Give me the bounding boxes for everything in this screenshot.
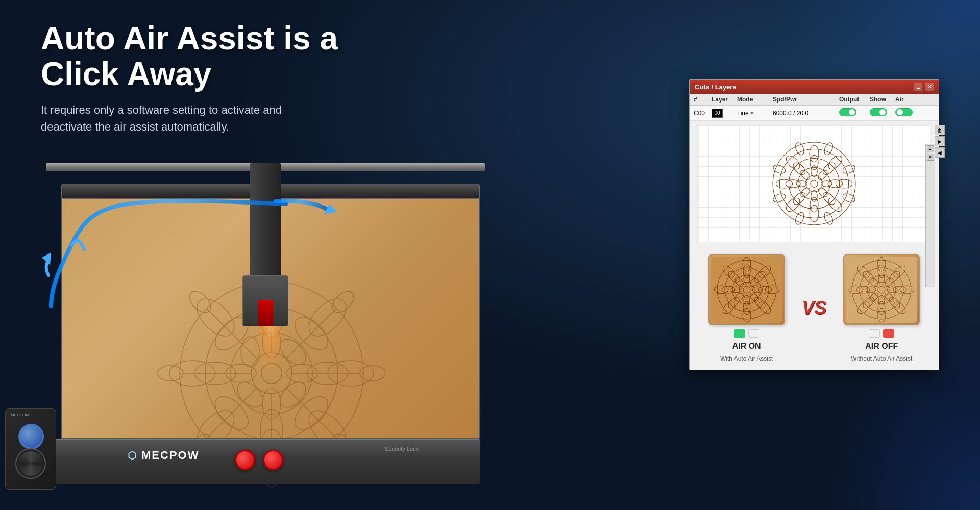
svg-point-56 bbox=[817, 186, 829, 198]
svg-point-49 bbox=[798, 168, 830, 200]
air-on-label: AIR ON bbox=[732, 342, 761, 351]
air-on-status bbox=[734, 329, 760, 338]
svg-marker-46 bbox=[42, 252, 51, 265]
svg-point-52 bbox=[773, 142, 855, 225]
svg-point-48 bbox=[806, 175, 822, 192]
air-on-item: AIR ON With Auto Air Assist bbox=[708, 254, 785, 362]
spd-pwr-value: 6000.0 / 20.0 bbox=[773, 110, 839, 117]
col-header-air: Air bbox=[895, 96, 921, 103]
svg-point-75 bbox=[776, 179, 792, 188]
comparison-section: AIR ON With Auto Air Assist VS bbox=[690, 246, 939, 370]
col-header-number: # bbox=[694, 96, 712, 103]
air-off-sublabel: Without Auto Air Assist bbox=[851, 355, 912, 362]
col-header-spdpwr: Spd/Pwr bbox=[773, 96, 839, 103]
air-off-label: AIR OFF bbox=[865, 342, 898, 351]
show-toggle[interactable] bbox=[870, 108, 895, 118]
air-off-mandala bbox=[846, 257, 917, 323]
canvas-container: ▲ ▼ 🗑 ▶ ◀ bbox=[694, 125, 935, 242]
delete-button[interactable]: 🗑 bbox=[935, 125, 945, 135]
panel-scrollbar: ▲ ▼ bbox=[925, 144, 935, 287]
hero-text-area: Auto Air Assist is a Click Away It requi… bbox=[41, 20, 398, 135]
air-off-status bbox=[869, 329, 894, 338]
software-panel: Cuts / Layers 🗕 ✕ # Layer Mode Spd/Pwr O… bbox=[689, 79, 939, 370]
panel-action-buttons: 🗑 ▶ ◀ bbox=[935, 125, 945, 158]
page-title: Auto Air Assist is a Click Away bbox=[41, 20, 398, 92]
security-lock-label: Security Lock bbox=[385, 446, 419, 452]
mandala-svg-canvas bbox=[768, 138, 860, 230]
air-pump: MECPOW bbox=[5, 408, 56, 490]
svg-point-47 bbox=[811, 180, 818, 187]
panel-title: Cuts / Layers bbox=[695, 83, 737, 91]
col-header-layer: Layer bbox=[712, 96, 737, 103]
svg-line-42 bbox=[207, 388, 257, 438]
pump-brand: MECPOW bbox=[11, 413, 30, 417]
layer-color-swatch[interactable]: 00 bbox=[712, 109, 737, 118]
air-toggle[interactable] bbox=[895, 108, 921, 118]
svg-point-58 bbox=[799, 186, 812, 198]
svg-point-51 bbox=[780, 149, 849, 218]
white-indicator bbox=[748, 329, 760, 338]
red-indicator bbox=[883, 329, 894, 338]
svg-point-71 bbox=[836, 179, 852, 188]
air-off-image bbox=[843, 254, 920, 325]
emergency-button[interactable] bbox=[263, 450, 283, 470]
col-header-mode: Mode bbox=[737, 96, 773, 103]
machine-base: Security Lock ⬡ MECPOW bbox=[41, 439, 480, 484]
scroll-up-button[interactable]: ▲ bbox=[927, 145, 934, 152]
collapse-button[interactable]: ◀ bbox=[935, 147, 945, 158]
air-off-item: AIR OFF Without Auto Air Assist bbox=[843, 254, 920, 362]
green-indicator bbox=[734, 329, 745, 338]
mode-value: Line bbox=[737, 110, 749, 117]
machine-display: Security Lock ⬡ MECPOW MECPOW bbox=[0, 92, 500, 510]
table-row: C00 00 Line ▼ 6000.0 / 20.0 bbox=[690, 106, 939, 121]
svg-point-73 bbox=[810, 205, 819, 221]
brand-label: ⬡ MECPOW bbox=[128, 449, 199, 462]
row-number: C00 bbox=[694, 110, 712, 117]
show-toggle-switch[interactable] bbox=[870, 108, 887, 116]
laser-head bbox=[242, 275, 288, 326]
vs-badge: VS bbox=[802, 297, 826, 319]
col-header-output: Output bbox=[839, 96, 870, 103]
panel-controls: 🗕 ✕ bbox=[914, 83, 934, 91]
svg-point-116 bbox=[878, 286, 885, 293]
mode-dropdown-arrow[interactable]: ▼ bbox=[750, 111, 754, 116]
panel-close-button[interactable]: ✕ bbox=[925, 83, 934, 91]
svg-point-60 bbox=[799, 169, 812, 181]
panel-canvas bbox=[698, 125, 930, 242]
panel-minimize-button[interactable]: 🗕 bbox=[914, 83, 922, 91]
svg-line-40 bbox=[286, 388, 336, 438]
col-header-show: Show bbox=[870, 96, 895, 103]
canvas-mandala bbox=[768, 138, 860, 230]
air-on-image bbox=[708, 254, 785, 325]
white-indicator2 bbox=[869, 329, 880, 338]
scroll-down-button[interactable]: ▼ bbox=[927, 154, 934, 161]
output-toggle[interactable] bbox=[839, 108, 870, 118]
reset-button[interactable] bbox=[235, 450, 255, 470]
pump-knob bbox=[18, 424, 44, 449]
expand-button[interactable]: ▶ bbox=[935, 136, 945, 146]
svg-point-86 bbox=[743, 286, 750, 293]
page-subtitle: It requires only a software setting to a… bbox=[41, 101, 337, 135]
output-toggle-switch[interactable] bbox=[839, 108, 856, 116]
panel-titlebar: Cuts / Layers 🗕 ✕ bbox=[690, 80, 939, 94]
brand-text: MECPOW bbox=[141, 449, 199, 462]
layer-box[interactable]: 00 bbox=[712, 109, 723, 118]
table-header: # Layer Mode Spd/Pwr Output Show Air bbox=[690, 94, 939, 106]
svg-line-38 bbox=[286, 309, 336, 359]
svg-point-69 bbox=[810, 145, 819, 162]
air-toggle-switch[interactable] bbox=[895, 108, 913, 116]
svg-point-54 bbox=[817, 169, 829, 181]
pump-fan bbox=[15, 448, 46, 479]
mode-selector[interactable]: Line ▼ bbox=[737, 110, 773, 117]
air-on-mandala bbox=[711, 257, 782, 323]
air-on-sublabel: With Auto Air Assist bbox=[720, 355, 773, 362]
